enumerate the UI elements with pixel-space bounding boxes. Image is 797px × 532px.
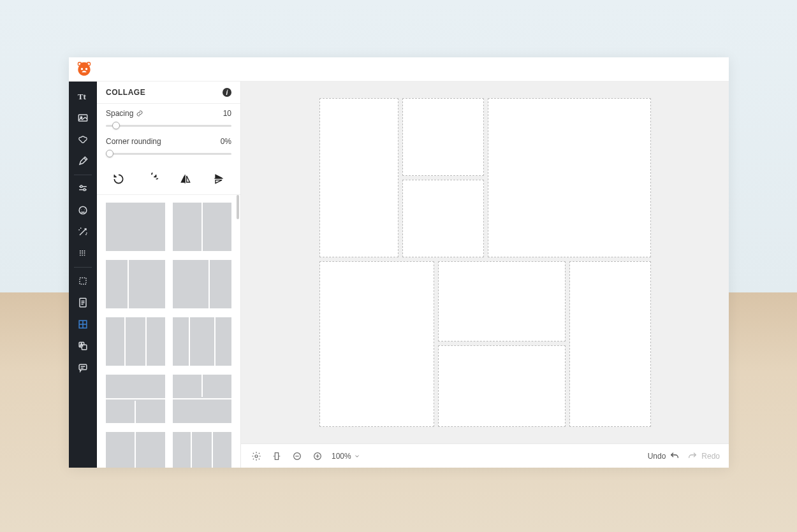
settings-icon[interactable] xyxy=(250,450,263,463)
collage-cell[interactable] xyxy=(438,261,566,341)
crop-tool[interactable] xyxy=(69,270,97,292)
flip-horizontal-button[interactable] xyxy=(177,170,194,188)
redo-button[interactable]: Redo xyxy=(687,451,720,461)
corner-label: Corner rounding xyxy=(106,137,161,146)
layout-thumb[interactable] xyxy=(173,260,232,308)
spacing-slider[interactable] xyxy=(106,120,231,131)
link-icon[interactable] xyxy=(136,110,143,117)
fit-icon[interactable] xyxy=(270,450,283,463)
collage-cell[interactable] xyxy=(438,345,566,427)
svg-rect-16 xyxy=(275,452,278,459)
chevron-down-icon xyxy=(354,453,360,459)
collage-cell[interactable] xyxy=(488,98,651,257)
chat-tool[interactable] xyxy=(69,357,97,378)
template-tool[interactable] xyxy=(69,292,97,313)
spacing-value: 10 xyxy=(223,109,231,118)
layout-thumb[interactable] xyxy=(173,203,232,251)
undo-label: Undo xyxy=(648,452,666,461)
collage-cell[interactable] xyxy=(319,98,398,257)
spacing-label: Spacing xyxy=(106,109,133,118)
translate-tool[interactable]: A xyxy=(69,335,97,357)
layout-thumb[interactable] xyxy=(106,260,165,308)
svg-text:Tt: Tt xyxy=(78,92,87,101)
zoom-value: 100% xyxy=(332,452,351,461)
svg-text:A: A xyxy=(80,343,83,347)
layout-thumb[interactable] xyxy=(173,317,232,366)
svg-rect-8 xyxy=(80,278,86,284)
draw-tool[interactable] xyxy=(69,150,97,172)
corner-control: Corner rounding 0% xyxy=(97,132,240,164)
layout-thumb[interactable] xyxy=(173,432,232,468)
collage-cell[interactable] xyxy=(402,98,484,176)
info-icon[interactable]: i xyxy=(223,88,231,97)
layout-thumb[interactable] xyxy=(106,203,165,251)
adjust-tool[interactable] xyxy=(69,178,97,199)
shapes-tool[interactable] xyxy=(69,129,97,150)
zoom-dropdown[interactable]: 100% xyxy=(332,452,360,461)
face-tool[interactable] xyxy=(69,199,97,221)
undo-icon xyxy=(669,451,680,461)
canvas-viewport[interactable] xyxy=(241,82,729,443)
texture-tool[interactable] xyxy=(69,243,97,264)
redo-icon xyxy=(687,451,698,461)
rotate-ccw-button[interactable] xyxy=(110,170,128,188)
canvas-area: 100% Undo Redo xyxy=(241,82,729,468)
app-window: Tt A COLLAGE i Spacing xyxy=(69,57,729,468)
layouts-list[interactable] xyxy=(97,195,240,468)
corner-value: 0% xyxy=(221,137,231,146)
tool-strip: Tt A xyxy=(69,82,97,468)
panel-title: COLLAGE xyxy=(106,88,145,97)
svg-point-15 xyxy=(255,455,258,457)
svg-point-5 xyxy=(80,185,82,187)
layout-thumb[interactable] xyxy=(106,317,165,366)
undo-button[interactable]: Undo xyxy=(648,451,680,461)
main-row: Tt A COLLAGE i Spacing xyxy=(69,82,729,468)
svg-point-6 xyxy=(84,189,85,191)
collage-cell[interactable] xyxy=(402,180,484,257)
collage-canvas[interactable] xyxy=(319,98,651,427)
layout-thumb[interactable] xyxy=(173,375,232,423)
spacing-control: Spacing 10 xyxy=(97,104,240,132)
image-tool[interactable] xyxy=(69,107,97,129)
scrollbar-thumb[interactable] xyxy=(237,195,239,219)
magic-tool[interactable] xyxy=(69,221,97,243)
zoom-out-icon[interactable] xyxy=(291,450,303,463)
corner-slider[interactable] xyxy=(106,148,231,159)
svg-point-7 xyxy=(79,206,87,214)
layout-thumb[interactable] xyxy=(106,432,165,468)
transform-row xyxy=(97,164,240,195)
redo-label: Redo xyxy=(701,452,720,461)
logo-icon[interactable] xyxy=(75,62,93,77)
collage-cell[interactable] xyxy=(569,261,651,427)
text-tool[interactable]: Tt xyxy=(69,85,97,107)
collage-tool[interactable] xyxy=(69,313,97,335)
flip-vertical-button[interactable] xyxy=(210,170,228,188)
bottom-bar: 100% Undo Redo xyxy=(241,443,729,468)
collage-cell[interactable] xyxy=(319,261,434,427)
rotate-cw-button[interactable] xyxy=(143,170,161,188)
panel-header: COLLAGE i xyxy=(97,82,240,104)
top-bar xyxy=(69,57,729,82)
layout-thumb[interactable] xyxy=(106,375,165,423)
side-panel: COLLAGE i Spacing 10 Corner rounding xyxy=(97,82,241,468)
zoom-in-icon[interactable] xyxy=(311,450,324,463)
svg-rect-14 xyxy=(79,364,87,370)
